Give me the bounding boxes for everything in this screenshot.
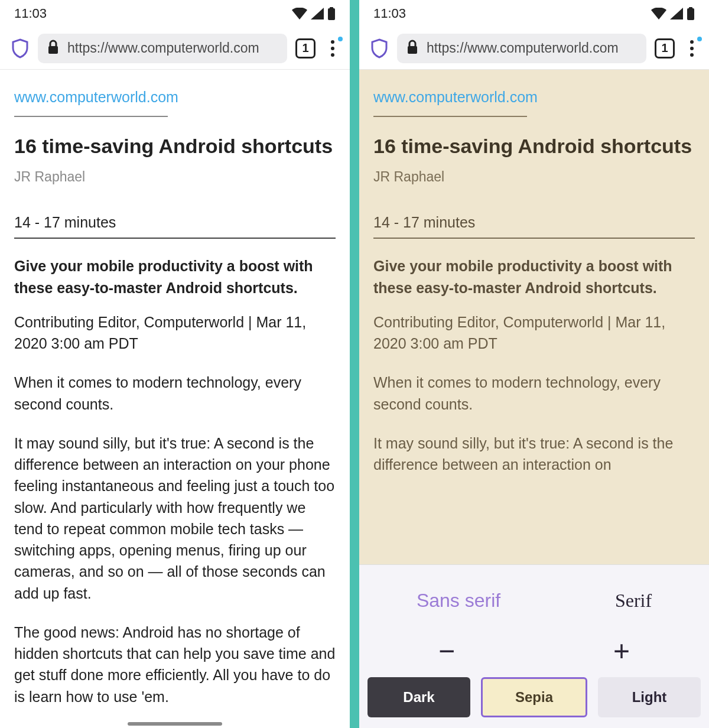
phone-right: 11:03 https://www.computerworld.com 1 ww… xyxy=(354,0,709,728)
svg-rect-1 xyxy=(330,7,333,9)
menu-button[interactable] xyxy=(683,37,701,60)
svg-rect-0 xyxy=(328,8,335,20)
status-time: 11:03 xyxy=(14,6,47,21)
signal-icon xyxy=(670,8,683,20)
notification-dot-icon xyxy=(697,37,702,41)
divider xyxy=(373,116,527,117)
paragraph: It may sound silly, but it's true: A sec… xyxy=(373,433,695,476)
reader-settings-panel: Sans serif Serif − + Dark Sepia Light xyxy=(359,564,709,728)
article-meta: Contributing Editor, Computerworld | Mar… xyxy=(14,311,336,355)
article-author: JR Raphael xyxy=(14,167,336,187)
theme-sepia-button[interactable]: Sepia xyxy=(481,677,587,717)
article-subtitle: Give your mobile productivity a boost wi… xyxy=(14,255,336,298)
lock-icon xyxy=(406,40,418,57)
font-sans-serif-option[interactable]: Sans serif xyxy=(417,590,500,612)
status-indicators xyxy=(651,7,695,20)
shield-icon[interactable] xyxy=(370,39,389,58)
signal-icon xyxy=(311,8,324,20)
svg-rect-2 xyxy=(48,46,58,54)
status-indicators xyxy=(292,7,336,20)
tab-count-button[interactable]: 1 xyxy=(295,38,316,58)
svg-rect-4 xyxy=(689,7,692,9)
battery-icon xyxy=(687,7,695,20)
article-title: 16 time-saving Android shortcuts xyxy=(373,134,695,159)
paragraph: When it comes to modern technology, ever… xyxy=(14,372,336,415)
browser-toolbar: https://www.computerworld.com 1 xyxy=(0,27,350,70)
lock-icon xyxy=(47,40,59,57)
wifi-icon xyxy=(651,8,666,20)
divider xyxy=(373,238,695,239)
font-serif-option[interactable]: Serif xyxy=(615,590,652,612)
reader-content: www.computerworld.com 16 time-saving And… xyxy=(0,70,350,728)
wifi-icon xyxy=(292,8,307,20)
theme-light-button[interactable]: Light xyxy=(598,677,701,717)
read-time: 14 - 17 minutes xyxy=(14,212,336,233)
paragraph: The good news: Android has no shortage o… xyxy=(14,622,336,707)
shield-icon[interactable] xyxy=(11,39,30,58)
source-link[interactable]: www.computerworld.com xyxy=(373,86,538,108)
notification-dot-icon xyxy=(338,37,343,41)
status-bar: 11:03 xyxy=(0,0,350,27)
svg-rect-5 xyxy=(408,46,417,54)
url-text: https://www.computerworld.com xyxy=(427,40,619,56)
read-time: 14 - 17 minutes xyxy=(373,212,695,233)
url-bar[interactable]: https://www.computerworld.com xyxy=(397,34,646,63)
browser-toolbar: https://www.computerworld.com 1 xyxy=(359,27,709,70)
paragraph: It may sound silly, but it's true: A sec… xyxy=(14,433,336,604)
url-bar[interactable]: https://www.computerworld.com xyxy=(38,34,287,63)
article-meta: Contributing Editor, Computerworld | Mar… xyxy=(373,311,695,355)
article-subtitle: Give your mobile productivity a boost wi… xyxy=(373,255,695,298)
svg-rect-3 xyxy=(687,8,694,20)
menu-button[interactable] xyxy=(324,37,342,60)
status-bar: 11:03 xyxy=(359,0,709,27)
divider xyxy=(14,116,168,117)
tab-count-button[interactable]: 1 xyxy=(655,38,675,58)
article-author: JR Raphael xyxy=(373,167,695,187)
theme-dark-button[interactable]: Dark xyxy=(367,677,470,717)
battery-icon xyxy=(327,7,336,20)
home-indicator[interactable] xyxy=(128,722,222,726)
font-size-increase-button[interactable]: + xyxy=(552,635,692,667)
paragraph: When it comes to modern technology, ever… xyxy=(373,372,695,415)
source-link[interactable]: www.computerworld.com xyxy=(14,86,178,108)
url-text: https://www.computerworld.com xyxy=(67,40,259,56)
divider xyxy=(14,238,336,239)
article-title: 16 time-saving Android shortcuts xyxy=(14,134,336,159)
phone-left: 11:03 https://www.computerworld.com 1 ww… xyxy=(0,0,354,728)
font-size-decrease-button[interactable]: − xyxy=(377,635,517,667)
status-time: 11:03 xyxy=(373,6,406,21)
